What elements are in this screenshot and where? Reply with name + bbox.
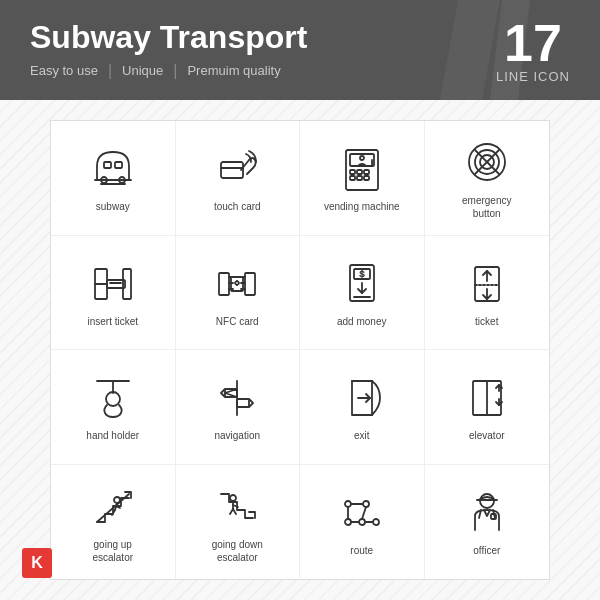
exit-icon [336, 371, 388, 423]
emergency-button-label: emergencybutton [462, 194, 511, 220]
page-container: Subway Transport Easy to use | Unique | … [0, 0, 600, 600]
watermark: K [22, 548, 52, 578]
svg-rect-13 [364, 170, 369, 174]
subway-icon [87, 142, 139, 194]
icon-cell-route: route [300, 465, 425, 580]
svg-rect-16 [364, 176, 369, 180]
going-down-escalator-label: going downescalator [212, 538, 263, 564]
icon-cell-officer: officer [425, 465, 550, 580]
subtitle-part1: Easy to use [30, 63, 98, 78]
hand-holder-label: hand holder [86, 429, 139, 442]
icon-cell-ticket: ticket [425, 236, 550, 351]
svg-point-48 [106, 392, 120, 406]
officer-icon [461, 486, 513, 538]
svg-rect-1 [104, 162, 111, 168]
subway-label: subway [96, 200, 130, 213]
emergency-button-icon [461, 136, 513, 188]
vending-machine-icon [336, 142, 388, 194]
icons-background: subway touch card [0, 100, 600, 600]
svg-text:$: $ [359, 269, 364, 279]
icon-cell-subway: subway [51, 121, 176, 236]
insert-ticket-icon [87, 257, 139, 309]
navigation-label: navigation [214, 429, 260, 442]
icon-cell-going-up-escalator: going upescalator [51, 465, 176, 580]
going-up-escalator-icon [87, 480, 139, 532]
exit-label: exit [354, 429, 370, 442]
ticket-icon [461, 257, 513, 309]
icon-cell-add-money: $ add money [300, 236, 425, 351]
badge-number: 17 [496, 17, 570, 69]
going-up-escalator-label: going upescalator [92, 538, 133, 564]
svg-rect-14 [350, 176, 355, 180]
svg-line-77 [362, 507, 366, 519]
header: Subway Transport Easy to use | Unique | … [0, 0, 600, 100]
svg-rect-2 [115, 162, 122, 168]
svg-rect-28 [219, 273, 229, 295]
header-right: 17 LINE ICON [496, 17, 570, 84]
divider1: | [108, 62, 112, 80]
icon-cell-vending-machine: vending machine [300, 121, 425, 236]
divider2: | [173, 62, 177, 80]
icon-cell-exit: exit [300, 350, 425, 465]
add-money-icon: $ [336, 257, 388, 309]
icons-grid: subway touch card [50, 120, 550, 580]
insert-ticket-label: insert ticket [87, 315, 138, 328]
header-subtitle: Easy to use | Unique | Premuim quality [30, 62, 307, 80]
route-icon [336, 486, 388, 538]
hand-holder-icon [87, 371, 139, 423]
svg-point-10 [360, 156, 364, 160]
svg-rect-29 [245, 273, 255, 295]
subtitle-part2: Unique [122, 63, 163, 78]
going-down-escalator-icon [211, 480, 263, 532]
add-money-label: add money [337, 315, 386, 328]
subtitle-part3: Premuim quality [187, 63, 280, 78]
nfc-card-icon [211, 257, 263, 309]
touch-card-icon [211, 142, 263, 194]
icon-cell-hand-holder: hand holder [51, 350, 176, 465]
icon-cell-elevator: elevator [425, 350, 550, 465]
badge-text: LINE ICON [496, 69, 570, 84]
svg-line-67 [233, 509, 236, 514]
icon-cell-emergency-button: emergencybutton [425, 121, 550, 236]
svg-rect-6 [221, 162, 243, 178]
vending-machine-label: vending machine [324, 200, 400, 213]
touch-card-label: touch card [214, 200, 261, 213]
header-accent [440, 0, 500, 100]
nfc-card-label: NFC card [216, 315, 259, 328]
icon-cell-touch-card: touch card [176, 121, 301, 236]
header-left: Subway Transport Easy to use | Unique | … [30, 20, 307, 79]
officer-label: officer [473, 544, 500, 557]
icon-cell-navigation: navigation [176, 350, 301, 465]
header-title: Subway Transport [30, 20, 307, 55]
icon-cell-going-down-escalator: going downescalator [176, 465, 301, 580]
elevator-label: elevator [469, 429, 505, 442]
ticket-label: ticket [475, 315, 498, 328]
icon-cell-insert-ticket: insert ticket [51, 236, 176, 351]
svg-rect-15 [357, 176, 362, 180]
svg-rect-12 [357, 170, 362, 174]
navigation-icon [211, 371, 263, 423]
svg-rect-11 [350, 170, 355, 174]
icon-cell-nfc-card: NFC card [176, 236, 301, 351]
route-label: route [350, 544, 373, 557]
svg-rect-51 [237, 399, 249, 407]
elevator-icon [461, 371, 513, 423]
